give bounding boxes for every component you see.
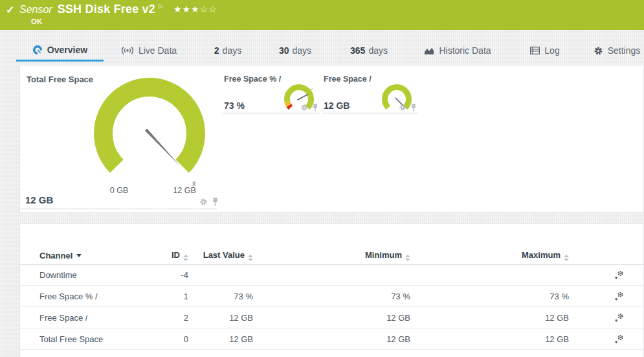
tab-historic-data-label: Historic Data	[439, 45, 491, 56]
gauge-average-tick	[311, 89, 313, 90]
cell-last-value: 73 %	[188, 292, 253, 301]
gauge-max-label: 12 GB	[165, 186, 204, 195]
cell-id: 1	[156, 292, 188, 301]
tab-live-data-label: Live Data	[139, 45, 177, 56]
free-space-pct-title: Free Space % /	[224, 75, 281, 84]
channel-settings-icon[interactable]	[614, 270, 624, 280]
gauge-icon	[32, 45, 43, 55]
gauge-settings-gear-icon[interactable]	[399, 104, 406, 111]
tab-30-days[interactable]: 30 days	[272, 40, 318, 62]
channel-table-panel: Channel ID Last Value Minimum Maximum Do…	[19, 224, 644, 357]
gauge-needle	[297, 95, 308, 100]
cell-minimum: 12 GB	[253, 334, 410, 344]
column-header-maximum[interactable]: Maximum	[410, 250, 569, 261]
table-row-free-space[interactable]: Free Space / 2 12 GB 12 GB 12 GB	[20, 308, 643, 328]
main-gauge-title: Total Free Space	[27, 75, 93, 84]
free-space-pct-value: 73 %	[224, 100, 245, 111]
tab-log-label: Log	[544, 45, 559, 56]
tab-365-days[interactable]: 365 days	[343, 40, 395, 62]
cell-last-value: 12 GB	[188, 313, 253, 323]
stars-empty: ☆☆	[200, 4, 217, 14]
channel-table-header: Channel ID Last Value Minimum Maximum	[20, 246, 643, 265]
column-header-minimum[interactable]: Minimum	[253, 250, 410, 261]
overview-gauges-panel: Total Free Space x̄ 0 GB 12 GB 12 GB	[19, 65, 644, 213]
tab-live-data[interactable]: Live Data	[117, 40, 181, 62]
tab-settings[interactable]: Settings	[590, 40, 643, 62]
object-kind-label: Sensor	[19, 4, 52, 16]
cell-id: 2	[156, 313, 188, 323]
cell-channel: Free Space /	[39, 313, 156, 323]
cell-minimum: 73 %	[253, 292, 410, 301]
cell-id: 0	[156, 334, 188, 344]
gauge-settings-gear-icon[interactable]	[300, 104, 308, 111]
gauge-min-label: 0 GB	[100, 186, 139, 195]
tab-settings-label: Settings	[608, 45, 641, 56]
sort-icon	[564, 255, 569, 261]
live-data-icon	[121, 46, 134, 55]
table-row-total-free-space[interactable]: Total Free Space 0 12 GB 12 GB 12 GB	[20, 329, 643, 350]
tab-2-days-number: 2	[214, 45, 219, 56]
channel-settings-icon[interactable]	[614, 313, 624, 323]
sort-icon	[405, 255, 410, 261]
historic-chart-icon	[424, 47, 434, 55]
tab-2-days[interactable]: 2 days	[207, 40, 249, 62]
cell-id: -4	[156, 270, 188, 280]
cell-maximum: 12 GB	[410, 313, 569, 323]
channel-settings-icon[interactable]	[614, 334, 624, 344]
table-row-free-space-pct[interactable]: Free Space % / 1 73 % 73 % 73 %	[20, 286, 643, 307]
log-icon	[530, 47, 540, 54]
free-space-pct-card: Free Space % / 73 %	[223, 75, 320, 113]
sort-desc-icon	[76, 254, 82, 257]
total-free-space-gauge: x̄	[85, 69, 214, 198]
sort-icon	[183, 255, 188, 261]
tab-2-days-unit: days	[223, 45, 242, 56]
cell-channel: Free Space % /	[39, 292, 156, 301]
tab-overview-label: Overview	[47, 45, 87, 55]
sensor-status-text: OK	[31, 17, 42, 25]
main-gauge-value: 12 GB	[25, 194, 53, 205]
channel-settings-icon[interactable]	[614, 292, 624, 301]
column-header-last-value[interactable]: Last Value	[188, 250, 253, 261]
free-space-value: 12 GB	[324, 100, 350, 111]
cell-channel: Downtime	[39, 270, 156, 280]
tab-30-days-unit: days	[293, 45, 312, 56]
sensor-status-header: ✓ Sensor SSH Disk Free v2 ⚐ ★★★☆☆ OK	[0, 0, 644, 30]
tab-overview[interactable]: Overview	[16, 40, 104, 62]
cell-minimum: 12 GB	[253, 313, 410, 323]
sort-icon	[248, 255, 253, 261]
gear-icon	[594, 46, 603, 56]
column-header-id[interactable]: ID	[156, 250, 188, 261]
free-space-title: Free Space /	[324, 75, 372, 84]
main-gauge-card: Total Free Space x̄ 0 GB 12 GB 12 GB	[20, 65, 217, 209]
table-row-downtime[interactable]: Downtime -4	[20, 265, 643, 286]
priority-stars[interactable]: ★★★☆☆	[173, 4, 217, 14]
cell-channel: Total Free Space	[39, 334, 156, 344]
gauge-pin-icon[interactable]	[312, 104, 318, 111]
sensor-title: SSH Disk Free v2	[58, 3, 155, 16]
flag-icon[interactable]: ⚐	[157, 3, 163, 10]
column-header-channel[interactable]: Channel	[39, 251, 156, 260]
tab-365-days-number: 365	[350, 45, 365, 56]
cell-last-value: 12 GB	[188, 334, 253, 344]
gauge-needle	[145, 128, 180, 165]
tab-30-days-number: 30	[279, 45, 289, 56]
tab-historic-data[interactable]: Historic Data	[419, 40, 496, 62]
cell-maximum: 73 %	[410, 292, 569, 301]
gauge-pin-icon[interactable]	[410, 104, 417, 111]
gauge-pin-icon[interactable]	[212, 198, 219, 206]
stars-filled: ★★★	[173, 4, 200, 14]
tab-log[interactable]: Log	[526, 40, 564, 62]
cell-maximum: 12 GB	[410, 334, 569, 344]
free-space-card: Free Space / 12 GB	[322, 75, 418, 113]
gauge-settings-gear-icon[interactable]	[199, 198, 208, 206]
prtg-sensor-page: ✓ Sensor SSH Disk Free v2 ⚐ ★★★☆☆ OK Ove…	[0, 0, 644, 357]
tab-365-days-unit: days	[368, 45, 388, 56]
status-ok-check-icon: ✓	[6, 4, 14, 16]
